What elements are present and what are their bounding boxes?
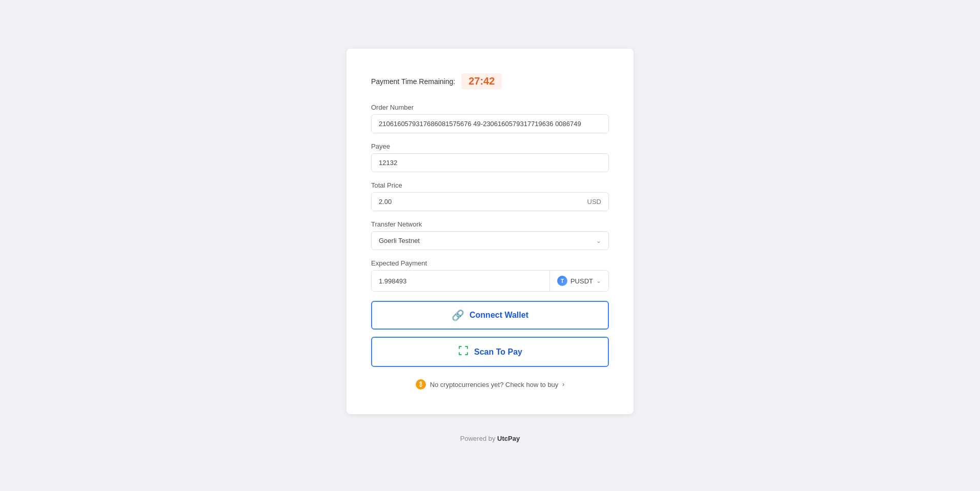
expected-payment-input[interactable] bbox=[372, 271, 549, 291]
transfer-network-value: Goerli Testnet bbox=[379, 237, 420, 244]
timer-value: 27:42 bbox=[461, 73, 502, 89]
buttons-section: 🔗 Connect Wallet Scan To Pay bbox=[371, 301, 609, 367]
transfer-network-display[interactable]: Goerli Testnet ⌄ bbox=[372, 232, 608, 250]
total-price-input[interactable] bbox=[372, 193, 580, 211]
crypto-hint-text: No cryptocurrencies yet? Check how to bu… bbox=[430, 381, 559, 388]
currency-selector[interactable]: T PUSDT ⌄ bbox=[549, 271, 608, 291]
connect-wallet-label: Connect Wallet bbox=[469, 311, 528, 320]
total-price-input-row: USD bbox=[371, 192, 609, 211]
transfer-network-group: Transfer Network Goerli Testnet ⌄ bbox=[371, 220, 609, 250]
svg-rect-3 bbox=[467, 346, 468, 349]
footer: Powered by UtcPay bbox=[460, 435, 520, 442]
payee-input[interactable] bbox=[371, 153, 609, 172]
svg-rect-5 bbox=[459, 352, 460, 355]
order-number-group: Order Number bbox=[371, 104, 609, 133]
total-price-label: Total Price bbox=[371, 181, 609, 189]
svg-rect-1 bbox=[459, 346, 460, 349]
timer-label: Payment Time Remaining: bbox=[371, 77, 455, 86]
connect-wallet-button[interactable]: 🔗 Connect Wallet bbox=[371, 301, 609, 330]
footer-prefix: Powered by bbox=[460, 435, 496, 442]
link-icon: 🔗 bbox=[452, 309, 464, 321]
footer-brand: UtcPay bbox=[497, 435, 520, 442]
scan-to-pay-label: Scan To Pay bbox=[474, 347, 522, 357]
arrow-right-icon: › bbox=[562, 381, 564, 388]
order-number-input[interactable] bbox=[371, 114, 609, 133]
expected-payment-input-row: T PUSDT ⌄ bbox=[371, 270, 609, 292]
timer-row: Payment Time Remaining: 27:42 bbox=[371, 73, 609, 89]
crypto-hint-row: ₿ No cryptocurrencies yet? Check how to … bbox=[371, 379, 609, 390]
transfer-network-select[interactable]: Goerli Testnet ⌄ bbox=[371, 231, 609, 250]
pusdt-icon: T bbox=[557, 276, 567, 286]
bitcoin-icon: ₿ bbox=[416, 379, 426, 390]
scan-icon bbox=[458, 345, 469, 359]
payment-card: Payment Time Remaining: 27:42 Order Numb… bbox=[346, 49, 634, 414]
order-number-label: Order Number bbox=[371, 104, 609, 111]
chevron-down-icon: ⌄ bbox=[596, 237, 601, 244]
currency-name: PUSDT bbox=[570, 277, 593, 285]
payee-label: Payee bbox=[371, 142, 609, 150]
payee-group: Payee bbox=[371, 142, 609, 172]
svg-rect-7 bbox=[467, 352, 468, 355]
currency-chevron-icon: ⌄ bbox=[596, 277, 601, 284]
currency-suffix: USD bbox=[580, 193, 608, 211]
scan-to-pay-button[interactable]: Scan To Pay bbox=[371, 337, 609, 367]
total-price-group: Total Price USD bbox=[371, 181, 609, 211]
expected-payment-group: Expected Payment T PUSDT ⌄ bbox=[371, 259, 609, 292]
transfer-network-label: Transfer Network bbox=[371, 220, 609, 228]
expected-payment-label: Expected Payment bbox=[371, 259, 609, 267]
